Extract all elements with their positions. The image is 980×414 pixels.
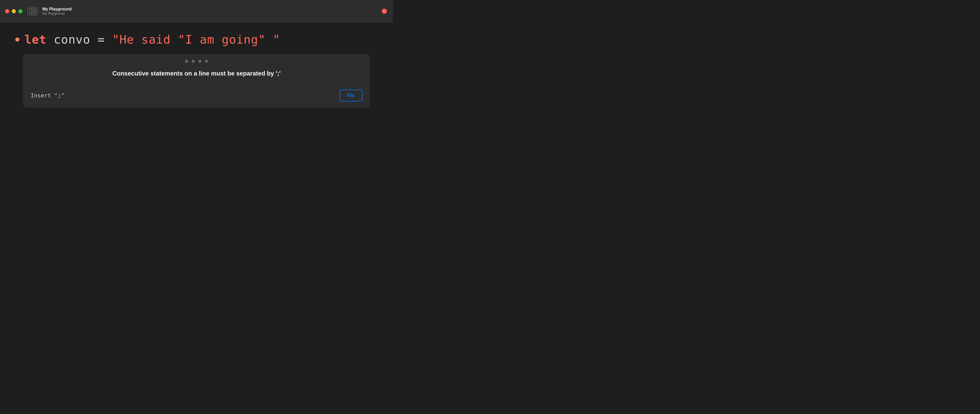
string-part3: " bbox=[266, 33, 280, 46]
operator-equals: = bbox=[97, 33, 105, 46]
title-bar: My Playground My Playground bbox=[0, 0, 393, 22]
title-info: My Playground My Playground bbox=[42, 6, 72, 16]
keyword-let: let bbox=[24, 33, 46, 46]
popup-footer: Insert ";" Fix bbox=[23, 83, 370, 108]
string-part2: "I am going" bbox=[178, 33, 266, 46]
action-text: Insert ";" bbox=[30, 92, 64, 99]
popup-dot-4 bbox=[205, 60, 208, 63]
window-title: My Playground bbox=[42, 6, 72, 11]
record-button[interactable] bbox=[382, 9, 387, 14]
code-line: let convo = "He said "I am going" " bbox=[15, 33, 378, 46]
minimize-button[interactable] bbox=[12, 9, 16, 13]
traffic-lights bbox=[5, 9, 22, 13]
error-message: Consecutive statements on a line must be… bbox=[23, 67, 370, 83]
maximize-button[interactable] bbox=[18, 9, 22, 13]
popup-dot-2 bbox=[192, 60, 195, 63]
popup-dots bbox=[23, 54, 370, 67]
execution-bullet bbox=[15, 38, 19, 41]
string-part1: "He said bbox=[105, 33, 178, 46]
close-button[interactable] bbox=[5, 9, 9, 13]
title-bar-right bbox=[382, 9, 387, 14]
error-popup: Consecutive statements on a line must be… bbox=[23, 54, 370, 108]
variable-name: convo bbox=[46, 33, 97, 46]
fix-button[interactable]: Fix bbox=[340, 90, 363, 102]
sidebar-toggle-button[interactable] bbox=[27, 7, 38, 15]
popup-dot-3 bbox=[198, 60, 201, 63]
window-subtitle: My Playground bbox=[42, 11, 72, 16]
popup-dot-1 bbox=[185, 60, 188, 63]
popup-triangle bbox=[192, 54, 201, 55]
editor-area: let convo = "He said "I am going" " Cons… bbox=[0, 22, 393, 118]
code-text: let convo = "He said "I am going" " bbox=[24, 33, 280, 46]
